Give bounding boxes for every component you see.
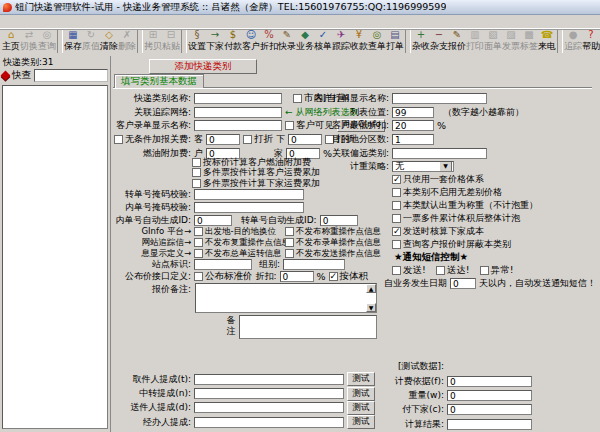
track-network-input[interactable] [194, 107, 282, 118]
toolbar-button[interactable]: − 杂支 [430, 29, 448, 51]
toolbar-button[interactable]: → 下家 [206, 29, 224, 51]
toolbar-button[interactable]: ✎ 报价 [448, 29, 466, 51]
toolbar-button[interactable]: ▦ 保存 [64, 29, 82, 51]
quick-search-input[interactable] [34, 69, 108, 82]
option-checkbox-row[interactable]: 本类别不启用无差别价格 [392, 186, 538, 199]
toolbar-button[interactable]: ? 帮助 [582, 29, 600, 51]
test-input[interactable]: 0 [447, 376, 532, 387]
courier-type-item[interactable] [5, 125, 105, 135]
courier-type-item[interactable] [5, 173, 105, 183]
category-name-input[interactable] [194, 93, 282, 104]
courier-type-item[interactable] [5, 231, 105, 241]
option-checkbox-row[interactable]: 发送时核算下家成本 [392, 225, 538, 238]
toolbar-button[interactable]: ✎ 快录 [278, 29, 296, 51]
courier-type-item[interactable] [5, 116, 105, 126]
courier-type-item[interactable] [5, 212, 105, 222]
toolbar-button[interactable] [181, 30, 187, 53]
courier-type-item[interactable] [5, 327, 105, 337]
toolbar-button[interactable]: ↻ 原值 [82, 29, 100, 51]
courier-type-item[interactable] [5, 298, 105, 308]
transfer-autoid-input[interactable]: 0 [320, 215, 358, 226]
toolbar-button[interactable]: ◆ 业务 [296, 29, 314, 51]
courier-type-item[interactable] [5, 346, 105, 356]
toolbar-button[interactable]: ▩ 标签 [520, 29, 538, 51]
courier-type-item[interactable] [5, 193, 105, 203]
by-volume-checkbox[interactable]: 按体积 [329, 270, 369, 283]
min-discount-input[interactable]: 20 [392, 120, 434, 131]
toolbar-button[interactable]: ▧ 面单 [484, 29, 502, 51]
toolbar-button[interactable]: ✓ 核单 [314, 29, 332, 51]
courier-type-item[interactable] [5, 250, 105, 260]
toolbar-button[interactable]: % 折扣 [260, 29, 278, 51]
toolbar-button[interactable] [405, 30, 411, 53]
inner-autoid-input[interactable]: 0 [194, 215, 232, 226]
toolbar-button[interactable]: ▥ 打印 [466, 29, 484, 51]
sms-days-input[interactable]: 0 [450, 278, 476, 289]
courier-type-item[interactable] [5, 269, 105, 279]
transfer-mask-input[interactable] [194, 189, 304, 200]
inner-mask-input[interactable] [194, 202, 304, 213]
courier-type-item[interactable] [5, 202, 105, 212]
courier-type-item[interactable] [5, 183, 105, 193]
option-checkbox-row[interactable]: 一票多件累计体积后整体计泡 [392, 212, 538, 225]
print-name-input[interactable] [392, 93, 487, 104]
option-checkbox-row[interactable]: 查询客户报价时屏蔽本类别 [392, 238, 538, 251]
courier-type-item[interactable] [5, 288, 105, 298]
customs-customer-input[interactable]: 0 [206, 134, 240, 145]
group-input[interactable] [283, 259, 345, 270]
courier-type-item[interactable] [5, 336, 105, 346]
customs-fee-checkbox[interactable]: 无条件加报关费: [114, 133, 191, 146]
toolbar-button[interactable]: ◎ 查单 [368, 29, 386, 51]
sms-checkbox[interactable]: 异常! [480, 264, 514, 277]
chevron-down-icon[interactable]: ▼ [439, 161, 452, 172]
toolbar-button[interactable]: + 杂收 [412, 29, 430, 51]
site-id-input[interactable] [194, 259, 252, 270]
toolbar-button[interactable]: ⊟ 粘贴 [162, 29, 180, 51]
tab-basic-data[interactable]: 填写类别基本数据 [114, 74, 204, 88]
toolbar-button[interactable]: ◇ 清除 [100, 29, 118, 51]
scroll-up-icon[interactable]: ▲ [366, 284, 376, 293]
public-discount-input[interactable]: 0 [280, 271, 314, 282]
toolbar-button[interactable]: ⌂ 主页 [2, 29, 20, 51]
toolbar-button[interactable]: ▨ 发票 [502, 29, 520, 51]
test-input[interactable]: 0 [447, 404, 532, 415]
toolbar-button[interactable]: ☺ 客户 [242, 29, 260, 51]
courier-type-item[interactable] [5, 260, 105, 270]
toolbar-button[interactable]: ▤ 打单 [386, 29, 404, 51]
courier-type-item[interactable] [5, 164, 105, 174]
customs-customer-discount-checkbox[interactable]: 打折 [243, 133, 273, 146]
add-category-button[interactable]: 添加快递类别 [149, 59, 257, 74]
courier-type-item[interactable] [5, 365, 105, 375]
scroll-down-icon[interactable]: ▼ [366, 303, 376, 312]
option-checkbox-row[interactable]: 只使用一套价格体系 [392, 173, 538, 186]
toolbar-button[interactable]: ● 追踪 [564, 29, 582, 51]
test-input[interactable]: 0 [447, 390, 532, 401]
courier-type-item[interactable] [5, 279, 105, 289]
toolbar-button[interactable]: ◎ 查询 [38, 29, 56, 51]
sms-checkbox[interactable]: 发送! [392, 264, 426, 277]
toolbar-button[interactable]: ☎ 来电 [538, 29, 556, 51]
entry-name-input[interactable] [194, 120, 282, 131]
courier-type-item[interactable] [5, 145, 105, 155]
note-input[interactable] [239, 315, 377, 339]
option-checkbox-row[interactable]: 多件票按件计算下家运费累加 [192, 178, 320, 189]
toolbar-button[interactable]: ⊞ 拷贝 [144, 29, 162, 51]
toolbar-button[interactable] [557, 30, 563, 53]
list-position-input[interactable]: 99 [392, 107, 434, 118]
quote-notes-input[interactable]: ▲ ▼ [195, 283, 377, 313]
courier-type-item[interactable] [5, 154, 105, 164]
public-standard-checkbox[interactable]: 公布标准价 [194, 270, 253, 283]
courier-type-item[interactable] [5, 241, 105, 251]
zones-input[interactable]: 1 [392, 134, 434, 145]
remote-category-input[interactable] [392, 148, 487, 159]
courier-type-item[interactable] [5, 356, 105, 366]
courier-type-item[interactable] [5, 375, 105, 385]
weigh-strategy-select[interactable]: 无 ▼ [392, 161, 454, 172]
toolbar-button[interactable]: $ 付款 [224, 29, 242, 51]
courier-type-item[interactable] [5, 97, 105, 107]
option-checkbox-row[interactable]: 本类默认出重为称重（不计泡重） [392, 199, 538, 212]
toolbar-button[interactable]: ¥ 收款 [350, 29, 368, 51]
toolbar-button[interactable]: ✗ 删除 [118, 29, 136, 51]
courier-type-item[interactable] [5, 308, 105, 318]
test-input[interactable] [447, 419, 532, 430]
